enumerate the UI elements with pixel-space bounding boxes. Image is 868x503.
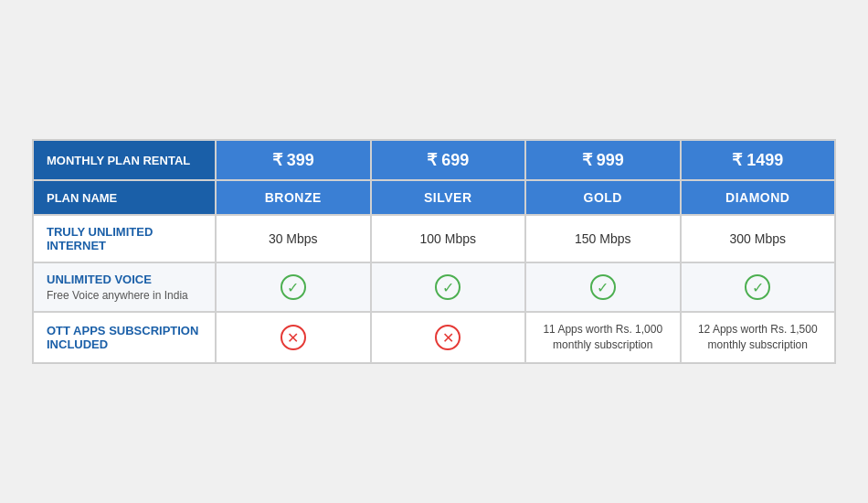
rental-price-diamond: ₹ 1499 [681,140,836,180]
ott-text-diamond: 12 Apps worth Rs. 1,500 monthly subscrip… [694,322,822,353]
voice-silver: ✓ [371,262,526,312]
table-grid: MONTHLY PLAN RENTAL ₹ 399 ₹ 699 ₹ 999 ₹ … [33,140,835,363]
ott-silver: ✕ [371,312,526,363]
name-bronze: BRONZE [265,190,322,205]
ott-gold: 11 Apps worth Rs. 1,000 monthly subscrip… [525,312,681,363]
price-diamond: ₹ 1499 [732,150,783,170]
internet-silver: 100 Mbps [371,215,526,262]
rental-price-gold: ₹ 999 [525,140,681,180]
ott-text-gold: 11 Apps worth Rs. 1,000 monthly subscrip… [539,322,667,353]
internet-speed-silver: 100 Mbps [420,231,476,246]
plan-name-silver: SILVER [371,180,526,215]
price-gold: ₹ 999 [582,150,624,170]
plan-name-bronze: BRONZE [216,180,371,215]
price-silver: ₹ 699 [427,150,469,170]
rental-label-cell: MONTHLY PLAN RENTAL [33,140,216,180]
pricing-table: MONTHLY PLAN RENTAL ₹ 399 ₹ 699 ₹ 999 ₹ … [32,139,836,364]
voice-bronze: ✓ [216,262,371,312]
name-diamond: DIAMOND [725,190,789,205]
internet-diamond: 300 Mbps [681,215,836,262]
voice-label: UNLIMITED VOICE [47,273,152,286]
planname-label: PLAN NAME [47,191,117,205]
rental-label: MONTHLY PLAN RENTAL [47,154,190,167]
internet-speed-bronze: 30 Mbps [269,231,318,246]
internet-gold: 150 Mbps [525,215,681,262]
planname-label-cell: PLAN NAME [33,180,216,215]
internet-label-cell: TRULY UNLIMITED INTERNET [33,215,216,262]
check-icon-voice-bronze: ✓ [281,274,306,300]
check-icon-voice-gold: ✓ [590,274,616,300]
name-gold: GOLD [584,190,622,205]
voice-gold: ✓ [525,262,681,312]
cross-icon-ott-bronze: ✕ [281,325,306,350]
internet-speed-diamond: 300 Mbps [730,231,786,246]
ott-bronze: ✕ [216,312,371,363]
voice-sublabel: Free Voice anywhere in India [47,289,188,302]
price-bronze: ₹ 399 [272,150,314,170]
rental-price-silver: ₹ 699 [371,140,526,180]
internet-speed-gold: 150 Mbps [575,231,630,246]
voice-diamond: ✓ [681,262,836,312]
rental-price-bronze: ₹ 399 [216,140,371,180]
check-icon-voice-diamond: ✓ [745,274,770,300]
name-silver: SILVER [424,190,472,205]
internet-label: TRULY UNLIMITED INTERNET [47,225,202,252]
plan-name-diamond: DIAMOND [681,180,836,215]
voice-label-cell: UNLIMITED VOICE Free Voice anywhere in I… [33,262,216,312]
check-icon-voice-silver: ✓ [435,274,460,300]
ott-label: OTT APPS SUBSCRIPTION INCLUDED [47,324,202,351]
ott-label-cell: OTT APPS SUBSCRIPTION INCLUDED [33,312,216,363]
plan-name-gold: GOLD [525,180,681,215]
ott-diamond: 12 Apps worth Rs. 1,500 monthly subscrip… [681,312,836,363]
cross-icon-ott-silver: ✕ [435,325,460,350]
internet-bronze: 30 Mbps [216,215,371,262]
